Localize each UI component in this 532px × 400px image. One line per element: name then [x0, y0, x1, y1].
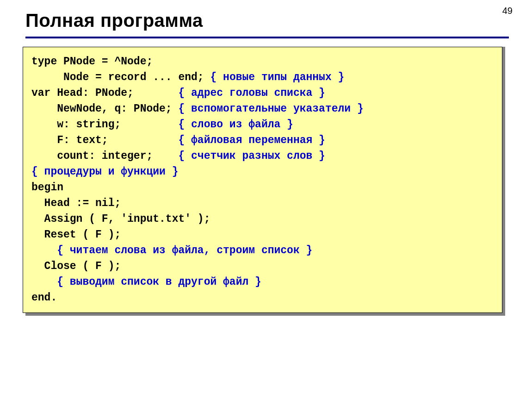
code-line: end.: [31, 292, 57, 304]
slide-title: Полная программа: [25, 10, 509, 31]
title-divider: [25, 37, 509, 38]
code-line: Node = record ... end;: [31, 71, 210, 83]
code-line: Close ( F );: [31, 260, 121, 272]
code-line: Reset ( F );: [31, 229, 121, 241]
code-line: Head := nil;: [31, 197, 121, 209]
code-line: F: text;: [31, 134, 178, 146]
code-line: NewNode, q: PNode;: [31, 103, 178, 115]
code-comment: { адрес головы списка }: [178, 87, 325, 99]
code-comment: { файловая переменная }: [178, 134, 325, 146]
code-line: type PNode = ^Node;: [31, 56, 153, 68]
code-line: count: integer;: [31, 150, 178, 162]
code-line: begin: [31, 181, 63, 194]
code-block: type PNode = ^Node; Node = record ... en…: [23, 47, 502, 313]
code-comment: { вспомогательные указатели }: [178, 103, 363, 115]
code-line: var Head: PNode;: [31, 87, 178, 99]
code-line: w: string;: [31, 119, 178, 131]
code-comment: { слово из файла }: [178, 119, 293, 131]
code-comment: { читаем слова из файла, строим список }: [31, 244, 312, 256]
code-comment: { новые типы данных }: [210, 71, 344, 83]
code-line: Assign ( F, 'input.txt' );: [31, 213, 210, 225]
page-number: 49: [502, 6, 513, 16]
code-comment: { процедуры и функции }: [31, 166, 178, 178]
code-block-shadow: type PNode = ^Node; Node = record ... en…: [25, 47, 505, 316]
code-comment: { счетчик разных слов }: [178, 150, 325, 162]
code-comment: { выводим список в другой файл }: [31, 276, 261, 288]
